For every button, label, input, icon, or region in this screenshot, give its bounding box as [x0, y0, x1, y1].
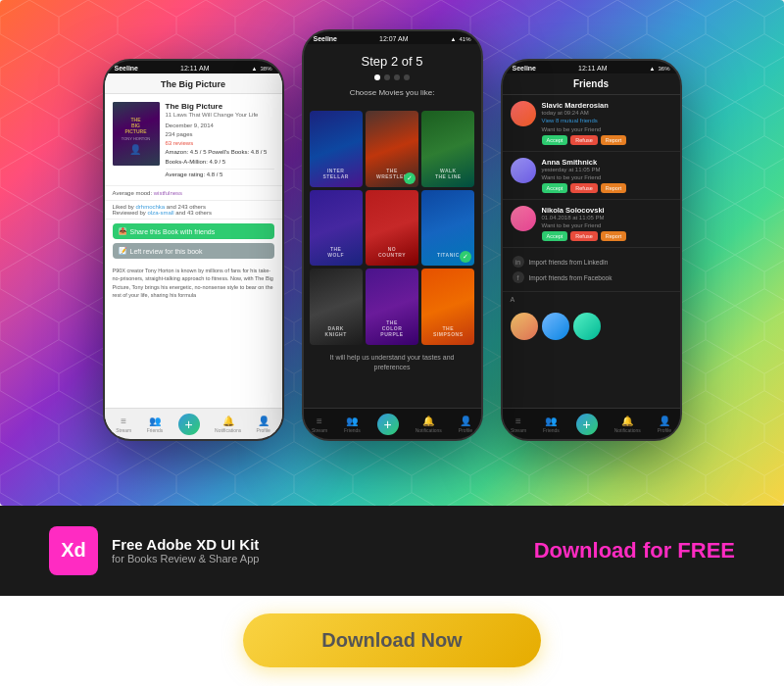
movie-cell-4[interactable]: THEWOLF: [310, 190, 363, 267]
nav-profile-left[interactable]: 👤 Profile: [257, 415, 270, 433]
nav-add-right[interactable]: +: [576, 414, 598, 435]
choose-movies-text: Choose Movies you like:: [312, 88, 473, 97]
nav-add-left[interactable]: +: [178, 414, 200, 435]
phone-right-nav: ≡ Stream 👥 Friends + 🔔 Notifications 👤 P…: [503, 408, 680, 439]
movie-cell-1[interactable]: INTERSTELLAR: [310, 111, 363, 187]
movie-check-2: ✓: [404, 172, 416, 184]
phone-center: Seeline 12:07 AM ▲ 41% Step 2 of 5 Ch: [302, 29, 483, 441]
mood-section: Average mood: wistfulness: [105, 186, 282, 201]
phone-center-nav: ≡ Stream 👥 Friends + 🔔 Notifications 👤 P…: [304, 408, 481, 439]
nav-friends-left[interactable]: 👥 Friends: [147, 415, 164, 433]
nav-friends-right[interactable]: 👥 Friends: [543, 416, 560, 433]
nav-profile-right[interactable]: 👤 Profile: [658, 416, 671, 433]
movie-grid: INTERSTELLAR THEWRESTLER ✓ WALKTHE LINE: [304, 111, 481, 345]
report-button-2[interactable]: Report: [601, 183, 627, 193]
accept-button-3[interactable]: Accept: [542, 231, 568, 241]
review-icon: 📝: [119, 247, 126, 255]
book-section: THEBIGPICTURE TONY HORTON 👤 The Big Pict…: [105, 94, 282, 186]
share-book-button[interactable]: 📤 Share this Book with friends: [113, 223, 274, 239]
small-avatar-3: [573, 313, 601, 340]
xd-info: Xd Free Adobe XD UI Kit for Books Review…: [49, 526, 259, 575]
movie-cell-3[interactable]: WALKTHE LINE: [421, 111, 474, 187]
step-dots: [312, 74, 473, 80]
download-now-button[interactable]: Download Now: [243, 613, 540, 667]
movie-cell-7[interactable]: DARKKNIGHT: [310, 269, 363, 345]
nav-notifications-center[interactable]: 🔔 Notifications: [416, 416, 442, 433]
linkedin-icon: in: [513, 256, 524, 268]
nav-stream-right[interactable]: ≡ Stream: [511, 416, 526, 433]
refuse-button-1[interactable]: Refuse: [570, 135, 597, 145]
small-avatar-2: [542, 313, 569, 340]
nav-stream-left[interactable]: ≡ Stream: [116, 415, 131, 433]
import-facebook[interactable]: f Import friends from Facebook: [513, 270, 670, 285]
step-title: Step 2 of 5: [312, 54, 473, 69]
step-header: Step 2 of 5 Choose Movies you like:: [304, 44, 481, 111]
refuse-button-3[interactable]: Refuse: [570, 231, 597, 241]
status-bar-center: Seeline 12:07 AM ▲ 41%: [304, 31, 481, 44]
phone-right-content: Friends Slavic Marderosian today at 09:2…: [503, 74, 680, 436]
nav-notifications-left[interactable]: 🔔 Notifications: [215, 415, 241, 433]
import-linkedin[interactable]: in Import friends from LinkedIn: [513, 254, 670, 270]
share-icon: 📤: [119, 227, 126, 235]
friends-header: Friends: [503, 74, 680, 95]
review-book-button[interactable]: 📝 Left review for this book: [113, 243, 274, 259]
movie-cell-8[interactable]: THECOLORPURPLE: [366, 269, 418, 345]
report-button-1[interactable]: Report: [601, 135, 627, 145]
friend-avatar-row: [503, 307, 680, 346]
nav-friends-center[interactable]: 👥 Friends: [344, 416, 361, 433]
bottom-bar: Xd Free Adobe XD UI Kit for Books Review…: [0, 506, 784, 596]
dot-4: [404, 74, 410, 80]
xd-logo: Xd: [49, 526, 98, 575]
xd-subtitle: for Books Review & Share App: [112, 553, 259, 564]
liked-section: Liked by drhmochka and 243 others Review…: [105, 201, 282, 220]
book-cover: THEBIGPICTURE TONY HORTON 👤: [113, 102, 160, 166]
xd-title: Free Adobe XD UI Kit: [112, 536, 259, 553]
facebook-icon: f: [513, 271, 524, 283]
phone-left: Seeline 12:11 AM ▲ 38% The Big Picture T…: [103, 59, 284, 441]
dot-3: [394, 74, 400, 80]
dot-2: [384, 74, 390, 80]
movie-cell-5[interactable]: NOCOUNTRY: [366, 190, 418, 267]
download-free-text: Download for FREE: [534, 538, 735, 564]
friend-item-2: Anna Smithnick yesterday at 11:05 PM Wan…: [503, 152, 680, 200]
friend-item-3: Nikola Solocovski 01.04.2018 at 11:05 PM…: [503, 200, 680, 248]
avatar-slavic: [511, 101, 536, 126]
xd-text-group: Free Adobe XD UI Kit for Books Review & …: [112, 536, 259, 564]
phone-right: Seeline 12:11 AM ▲ 36% Friends Slavic Ma…: [501, 59, 682, 441]
dot-1: [374, 74, 380, 80]
status-bar-left: Seeline 12:11 AM ▲ 38%: [105, 61, 282, 74]
accept-button-1[interactable]: Accept: [542, 135, 568, 145]
accept-button-2[interactable]: Accept: [542, 183, 568, 193]
phone-left-content: The Big Picture THEBIGPICTURE TONY HORTO…: [105, 74, 282, 436]
phones-container: Seeline 12:11 AM ▲ 38% The Big Picture T…: [49, 29, 735, 441]
movie-cell-2[interactable]: THEWRESTLER ✓: [366, 111, 418, 187]
friend-item-1: Slavic Marderosian today at 09:24 AM Vie…: [503, 95, 680, 152]
status-bar-right: Seeline 12:11 AM ▲ 36%: [503, 61, 680, 74]
refuse-button-2[interactable]: Refuse: [570, 183, 597, 193]
small-avatar-1: [511, 313, 538, 340]
section-label-a: A: [503, 292, 680, 307]
main-banner: Seeline 12:11 AM ▲ 38% The Big Picture T…: [0, 0, 784, 506]
report-button-3[interactable]: Report: [601, 231, 627, 241]
import-section: in Import friends from LinkedIn f Import…: [503, 248, 680, 292]
nav-add-center[interactable]: +: [377, 414, 399, 435]
phone-left-nav: ≡ Stream 👥 Friends + 🔔 Notifications 👤 P…: [105, 408, 282, 439]
phone-left-header: The Big Picture: [105, 74, 282, 94]
movie-cell-6[interactable]: TITANIC ✓: [421, 190, 474, 267]
nav-profile-center[interactable]: 👤 Profile: [459, 416, 472, 433]
book-info: The Big Picture 11 Laws That Will Change…: [166, 102, 274, 177]
download-section: Download Now: [0, 596, 784, 686]
phone-center-footer: It will help us understand your tastes a…: [304, 345, 481, 380]
nav-notifications-right[interactable]: 🔔 Notifications: [614, 416, 641, 433]
phone-center-content: Step 2 of 5 Choose Movies you like: INTE…: [304, 44, 481, 436]
book-description: P90X creator Tony Horton is known by mil…: [105, 262, 282, 304]
avatar-anna: [511, 158, 536, 183]
avatar-nikola: [511, 206, 536, 231]
movie-cell-9[interactable]: THESIMPSONS: [421, 269, 474, 345]
nav-stream-center[interactable]: ≡ Stream: [312, 416, 327, 433]
